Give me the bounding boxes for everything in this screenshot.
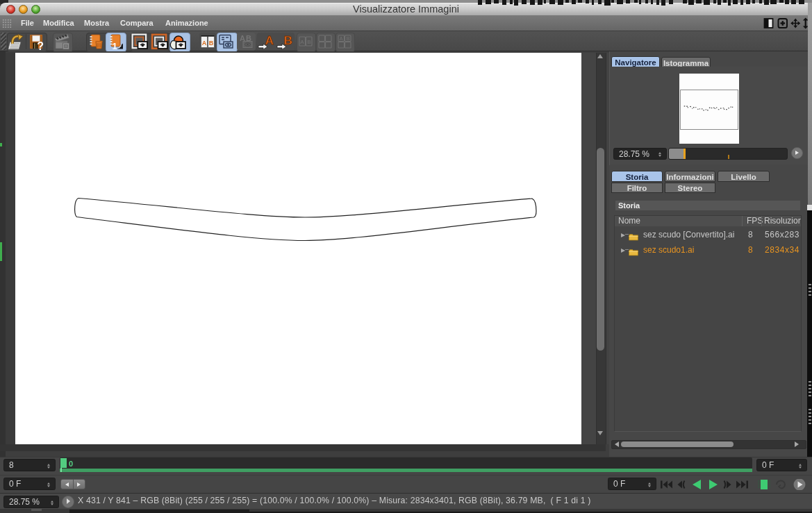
svg-text:?: ? (37, 40, 44, 51)
svg-text:A: A (340, 36, 343, 41)
svg-text:B: B (347, 36, 350, 41)
svg-text:1: 1 (112, 41, 117, 51)
svg-text:A: A (265, 34, 274, 47)
svg-text:B: B (307, 39, 310, 45)
svg-text:A: A (300, 39, 304, 45)
svg-text:B: B (284, 34, 292, 47)
svg-text:A: A (201, 40, 206, 47)
svg-text:B: B (208, 40, 213, 47)
